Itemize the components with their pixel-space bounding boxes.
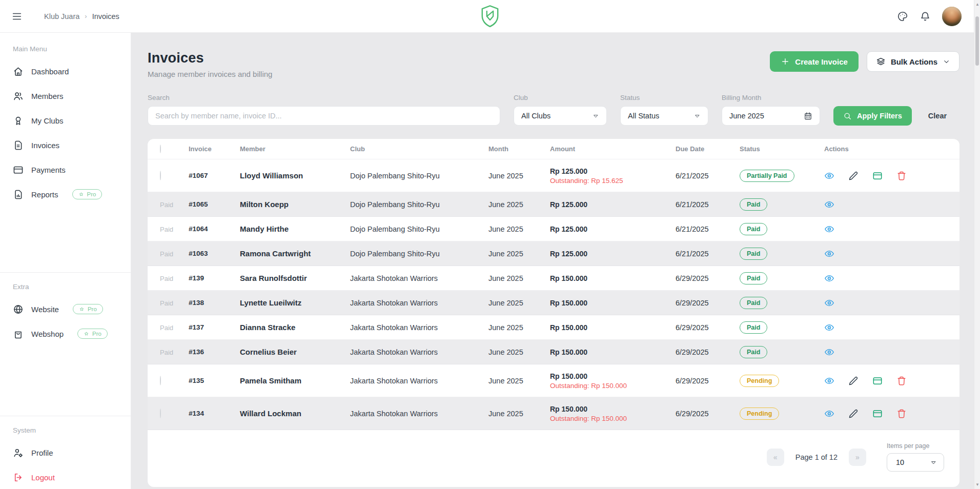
due-date: 6/21/2025 [676, 200, 740, 209]
status-select[interactable]: All Status [620, 106, 708, 126]
amount: Rp 125.000 [550, 167, 676, 175]
page-indicator: Page 1 of 12 [795, 453, 838, 461]
view-invoice-button[interactable] [824, 273, 834, 283]
user-gear-icon [13, 447, 24, 458]
member-name: Ramona Cartwright [240, 249, 350, 258]
row-checkbox[interactable] [160, 376, 161, 385]
billing-month: June 2025 [488, 410, 550, 418]
record-payment-button[interactable] [872, 171, 883, 181]
chevron-down-icon [694, 113, 701, 119]
pro-badge: Pro [73, 304, 103, 314]
app-logo-shield-icon [480, 5, 500, 28]
edit-invoice-button[interactable] [848, 409, 859, 419]
amount: Rp 125.000 [550, 250, 676, 258]
status-badge: Paid [740, 321, 767, 334]
amount: Rp 150.000 [550, 372, 676, 380]
prev-page-button[interactable]: « [767, 449, 784, 466]
next-page-button[interactable]: » [849, 449, 866, 466]
billing-month: June 2025 [488, 225, 550, 233]
bulk-actions-button[interactable]: Bulk Actions [867, 51, 959, 72]
view-invoice-button[interactable] [824, 322, 834, 333]
view-invoice-button[interactable] [824, 376, 834, 386]
view-invoice-button[interactable] [824, 347, 834, 357]
sidebar-item-label: Payments [31, 166, 66, 174]
billing-month: June 2025 [488, 377, 550, 385]
billing-month-input[interactable]: June 2025 [722, 106, 820, 126]
filter-bar: Search Club All Clubs Status All Status … [148, 94, 959, 126]
view-invoice-button[interactable] [824, 224, 834, 234]
invoices-table: Invoice Member Club Month Amount Due Dat… [148, 139, 959, 487]
sidebar-item-label: Profile [31, 449, 53, 457]
create-invoice-button[interactable]: Create Invoice [770, 51, 859, 72]
notifications-bell-icon[interactable] [920, 11, 931, 22]
page-title: Invoices [148, 50, 272, 66]
view-invoice-button[interactable] [824, 298, 834, 308]
invoice-id: #134 [189, 410, 240, 417]
sidebar-item-invoices[interactable]: Invoices [0, 133, 131, 157]
sidebar-item-website[interactable]: Website Pro [0, 297, 131, 321]
record-payment-button[interactable] [872, 376, 883, 386]
apply-filters-button[interactable]: Apply Filters [833, 106, 912, 126]
window-scrollbar[interactable]: ▲ ▼ [974, 0, 980, 489]
chevron-down-icon [593, 113, 599, 119]
sidebar-item-webshop[interactable]: Webshop Pro [0, 321, 131, 346]
sidebar-item-reports[interactable]: Reports Pro [0, 182, 131, 207]
col-due-date: Due Date [676, 145, 740, 153]
award-icon [13, 115, 24, 126]
delete-invoice-button[interactable] [896, 376, 907, 386]
pro-badge: Pro [77, 329, 108, 339]
sidebar-item-label: Reports [31, 190, 58, 199]
outstanding-amount: Outstanding: Rp 15.625 [550, 177, 676, 185]
breadcrumb-root[interactable]: Klub Juara [44, 12, 79, 21]
row-actions [824, 199, 947, 210]
table-row: Paid #1065 Milton Koepp Dojo Palembang S… [148, 192, 959, 217]
sidebar-item-members[interactable]: Members [0, 84, 131, 108]
col-invoice: Invoice [189, 145, 240, 153]
row-checkbox[interactable] [160, 171, 161, 180]
edit-invoice-button[interactable] [848, 171, 859, 181]
select-all-checkbox[interactable] [160, 145, 161, 153]
view-invoice-button[interactable] [824, 409, 834, 419]
pro-badge-label: Pro [88, 306, 97, 312]
sidebar-item-dashboard[interactable]: Dashboard [0, 59, 131, 84]
row-actions [824, 409, 947, 419]
items-per-page-select[interactable]: 10 [887, 453, 944, 472]
row-paid-marker: Paid [160, 226, 173, 233]
member-name: Milton Koepp [240, 200, 350, 209]
row-actions [824, 249, 947, 259]
view-invoice-button[interactable] [824, 249, 834, 259]
sidebar-item-profile[interactable]: Profile [0, 440, 131, 465]
row-checkbox[interactable] [160, 409, 161, 418]
due-date: 6/21/2025 [676, 225, 740, 233]
sidebar-item-my-clubs[interactable]: My Clubs [0, 108, 131, 133]
menu-icon[interactable] [11, 11, 23, 22]
row-actions [824, 224, 947, 234]
view-invoice-button[interactable] [824, 199, 834, 210]
theme-palette-icon[interactable] [897, 11, 908, 22]
record-payment-button[interactable] [872, 409, 883, 419]
billing-month: June 2025 [488, 200, 550, 209]
sidebar-section-title: Extra [0, 283, 131, 291]
invoice-id: #1063 [189, 250, 240, 257]
sidebar-item-logout[interactable]: Logout [0, 465, 131, 489]
status-label: Status [620, 94, 708, 101]
col-amount: Amount [550, 145, 676, 153]
member-name: Mandy Hirthe [240, 225, 350, 233]
delete-invoice-button[interactable] [896, 171, 907, 181]
club-select[interactable]: All Clubs [514, 106, 607, 126]
user-avatar[interactable] [942, 7, 962, 26]
edit-invoice-button[interactable] [848, 376, 859, 386]
scroll-up-arrow-icon[interactable]: ▲ [974, 2, 980, 7]
view-invoice-button[interactable] [824, 171, 834, 181]
sidebar-item-payments[interactable]: Payments [0, 157, 131, 182]
delete-invoice-button[interactable] [896, 409, 907, 419]
file-chart-icon [13, 189, 24, 200]
search-input[interactable] [155, 112, 493, 120]
users-icon [13, 91, 24, 101]
due-date: 6/29/2025 [676, 274, 740, 282]
credit-card-icon [13, 165, 24, 175]
scrollbar-thumb[interactable] [975, 16, 979, 66]
scroll-down-arrow-icon[interactable]: ▼ [974, 482, 980, 487]
amount: Rp 150.000 [550, 274, 676, 282]
clear-filters-button[interactable]: Clear [925, 106, 950, 126]
